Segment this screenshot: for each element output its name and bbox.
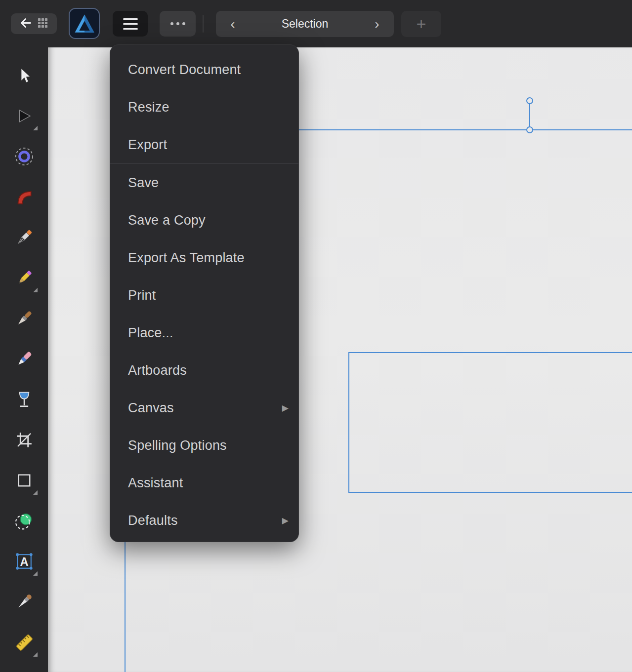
- submenu-arrow-icon: ▶: [282, 403, 289, 413]
- text-tool[interactable]: A: [13, 550, 36, 573]
- node-tool[interactable]: [13, 105, 36, 127]
- hamburger-icon: [123, 18, 138, 20]
- eyedropper-icon: [14, 592, 35, 612]
- fill-tool[interactable]: [13, 388, 36, 411]
- ellipsis-icon: [170, 22, 173, 25]
- context-switcher: ‹ Selection ›: [216, 11, 394, 37]
- top-toolbar: ‹ Selection › +: [0, 0, 632, 47]
- crop-tool[interactable]: [13, 429, 36, 451]
- vector-brush-tool[interactable]: [13, 348, 36, 370]
- ruler-tool[interactable]: [13, 631, 36, 654]
- menu-item-export-as-template[interactable]: Export As Template: [110, 239, 298, 277]
- menu-item-artboards[interactable]: Artboards: [110, 352, 298, 389]
- menu-item-place[interactable]: Place...: [110, 314, 298, 352]
- color-picker-tool[interactable]: [13, 591, 36, 613]
- ruler-icon: [14, 632, 35, 653]
- menu-item-defaults[interactable]: Defaults ▶: [110, 502, 298, 539]
- point-transform-icon: [14, 146, 35, 167]
- shape-tool[interactable]: [13, 469, 36, 492]
- brush-tool[interactable]: [13, 307, 36, 330]
- next-context-button[interactable]: ›: [371, 17, 383, 31]
- corner-curve-icon: [14, 187, 34, 207]
- move-cursor-icon: [14, 66, 34, 85]
- pen-tool[interactable]: [13, 226, 36, 249]
- menu-item-spelling-options[interactable]: Spelling Options: [110, 427, 298, 464]
- rotation-handle-stem: [529, 100, 530, 130]
- menu-item-canvas[interactable]: Canvas ▶: [110, 389, 298, 427]
- submenu-arrow-icon: ▶: [282, 515, 289, 526]
- vector-brush-icon: [14, 349, 35, 369]
- back-and-gallery-button[interactable]: [11, 13, 57, 34]
- corner-tool[interactable]: [13, 186, 36, 208]
- pen-icon: [14, 227, 35, 248]
- node-arrow-icon: [15, 107, 34, 125]
- affinity-designer-app-icon[interactable]: [69, 8, 100, 39]
- canvas-object-rectangle[interactable]: [348, 352, 632, 493]
- point-transform-tool[interactable]: [13, 145, 36, 168]
- document-dropdown-menu: Convert Document Resize Export Save Save…: [110, 44, 299, 542]
- context-label: Selection: [239, 17, 371, 31]
- affinity-logo-icon: [72, 11, 97, 37]
- text-tool-icon: A: [14, 551, 35, 572]
- menu-item-print[interactable]: Print: [110, 277, 298, 314]
- document-menu-button[interactable]: [113, 11, 148, 37]
- menu-item-save[interactable]: Save: [110, 164, 298, 201]
- rectangle-shape-icon: [15, 471, 34, 490]
- svg-text:A: A: [20, 555, 28, 568]
- crop-icon: [15, 431, 34, 449]
- move-tool[interactable]: [13, 64, 36, 87]
- pencil-icon: [14, 268, 35, 288]
- more-options-button[interactable]: [160, 11, 196, 37]
- selection-brush-icon: [14, 511, 35, 531]
- pencil-tool[interactable]: [13, 267, 36, 289]
- menu-item-convert-document[interactable]: Convert Document: [110, 51, 298, 88]
- add-button[interactable]: +: [401, 11, 441, 37]
- rotation-handle[interactable]: [526, 97, 533, 104]
- menu-item-resize[interactable]: Resize: [110, 88, 298, 126]
- previous-context-button[interactable]: ‹: [227, 17, 239, 31]
- selection-brush-tool[interactable]: [13, 510, 36, 532]
- affinity-designer-window: ‹ Selection › +: [0, 0, 632, 672]
- tools-sidebar: A: [0, 47, 48, 672]
- selection-top-handle[interactable]: [526, 126, 533, 133]
- fill-glass-icon: [14, 390, 34, 409]
- menu-item-assistant[interactable]: Assistant: [110, 464, 298, 502]
- toolbar-separator: [203, 15, 204, 33]
- menu-item-save-a-copy[interactable]: Save a Copy: [110, 201, 298, 239]
- back-arrow-icon: [19, 16, 33, 32]
- brush-icon: [14, 308, 35, 329]
- menu-item-export[interactable]: Export: [110, 126, 298, 163]
- document-grid-icon: [37, 17, 48, 31]
